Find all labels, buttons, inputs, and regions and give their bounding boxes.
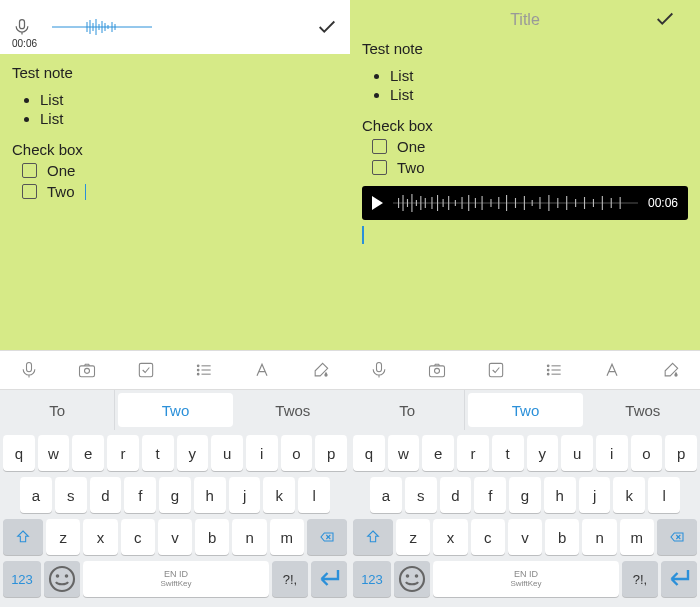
audio-player[interactable]: 00:06 — [362, 186, 688, 220]
key-o[interactable]: o — [631, 435, 663, 471]
suggestion-selected[interactable]: Two — [468, 393, 582, 427]
paint-icon[interactable] — [311, 360, 331, 380]
checkbox-icon[interactable] — [372, 139, 387, 154]
mic-icon[interactable] — [369, 360, 389, 380]
note-body-right[interactable]: Title Test note List List Check box One … — [350, 0, 700, 350]
text-style-icon[interactable] — [602, 360, 622, 380]
key-j[interactable]: j — [579, 477, 611, 513]
key-t[interactable]: t — [492, 435, 524, 471]
suggestion[interactable]: Twos — [586, 390, 700, 430]
key-a[interactable]: a — [370, 477, 402, 513]
mic-icon[interactable] — [19, 360, 39, 380]
confirm-icon[interactable] — [316, 16, 338, 38]
text-style-icon[interactable] — [252, 360, 272, 380]
shift-key[interactable] — [3, 519, 43, 555]
key-f[interactable]: f — [124, 477, 156, 513]
paint-icon[interactable] — [661, 360, 681, 380]
key-k[interactable]: k — [263, 477, 295, 513]
key-y[interactable]: y — [177, 435, 209, 471]
key-y[interactable]: y — [527, 435, 559, 471]
play-icon[interactable] — [372, 196, 383, 210]
key-z[interactable]: z — [396, 519, 430, 555]
suggestion[interactable]: To — [350, 390, 465, 430]
key-j[interactable]: j — [229, 477, 261, 513]
camera-icon[interactable] — [77, 360, 97, 380]
key-w[interactable]: w — [388, 435, 420, 471]
checkbox-row[interactable]: One — [22, 162, 338, 179]
key-i[interactable]: i — [246, 435, 278, 471]
key-c[interactable]: c — [121, 519, 155, 555]
key-v[interactable]: v — [158, 519, 192, 555]
camera-icon[interactable] — [427, 360, 447, 380]
key-u[interactable]: u — [211, 435, 243, 471]
key-z[interactable]: z — [46, 519, 80, 555]
enter-key[interactable] — [661, 561, 697, 597]
suggestion[interactable]: To — [0, 390, 115, 430]
checkbox-tool-icon[interactable] — [136, 360, 156, 380]
key-l[interactable]: l — [298, 477, 330, 513]
key-p[interactable]: p — [315, 435, 347, 471]
checkbox-icon[interactable] — [22, 184, 37, 199]
key-s[interactable]: s — [405, 477, 437, 513]
key-t[interactable]: t — [142, 435, 174, 471]
key-v[interactable]: v — [508, 519, 542, 555]
key-e[interactable]: e — [72, 435, 104, 471]
key-a[interactable]: a — [20, 477, 52, 513]
key-k[interactable]: k — [613, 477, 645, 513]
key-e[interactable]: e — [422, 435, 454, 471]
key-x[interactable]: x — [433, 519, 467, 555]
checkbox-row[interactable]: One — [372, 138, 688, 155]
key-s[interactable]: s — [55, 477, 87, 513]
key-g[interactable]: g — [509, 477, 541, 513]
key-x[interactable]: x — [83, 519, 117, 555]
backspace-key[interactable] — [657, 519, 697, 555]
enter-key[interactable] — [311, 561, 347, 597]
key-q[interactable]: q — [353, 435, 385, 471]
suggestion[interactable]: Twos — [236, 390, 350, 430]
key-h[interactable]: h — [544, 477, 576, 513]
key-m[interactable]: m — [620, 519, 654, 555]
emoji-key[interactable] — [394, 561, 430, 597]
key-c[interactable]: c — [471, 519, 505, 555]
list-tool-icon[interactable] — [544, 360, 564, 380]
key-r[interactable]: r — [107, 435, 139, 471]
shift-key[interactable] — [353, 519, 393, 555]
punct-key[interactable]: ?!, — [272, 561, 308, 597]
numeric-key[interactable]: 123 — [353, 561, 391, 597]
title-placeholder[interactable]: Title — [510, 11, 540, 29]
emoji-key[interactable] — [44, 561, 80, 597]
key-d[interactable]: d — [440, 477, 472, 513]
checkbox-icon[interactable] — [372, 160, 387, 175]
note-body-left[interactable]: Test note List List Check box One Two — [0, 54, 350, 350]
key-r[interactable]: r — [457, 435, 489, 471]
key-q[interactable]: q — [3, 435, 35, 471]
backspace-key[interactable] — [307, 519, 347, 555]
key-u[interactable]: u — [561, 435, 593, 471]
numeric-key[interactable]: 123 — [3, 561, 41, 597]
key-b[interactable]: b — [195, 519, 229, 555]
checkbox-icon[interactable] — [22, 163, 37, 178]
suggestion-selected[interactable]: Two — [118, 393, 232, 427]
space-key[interactable]: EN IDSwiftKey — [83, 561, 269, 597]
key-l[interactable]: l — [648, 477, 680, 513]
checkbox-row[interactable]: Two — [22, 183, 338, 200]
key-n[interactable]: n — [232, 519, 266, 555]
key-m[interactable]: m — [270, 519, 304, 555]
mic-icon[interactable] — [12, 17, 32, 37]
key-i[interactable]: i — [596, 435, 628, 471]
punct-key[interactable]: ?!, — [622, 561, 658, 597]
key-n[interactable]: n — [582, 519, 616, 555]
checkbox-tool-icon[interactable] — [486, 360, 506, 380]
space-key[interactable]: EN IDSwiftKey — [433, 561, 619, 597]
key-g[interactable]: g — [159, 477, 191, 513]
key-b[interactable]: b — [545, 519, 579, 555]
key-p[interactable]: p — [665, 435, 697, 471]
key-f[interactable]: f — [474, 477, 506, 513]
key-d[interactable]: d — [90, 477, 122, 513]
key-w[interactable]: w — [38, 435, 70, 471]
list-tool-icon[interactable] — [194, 360, 214, 380]
confirm-icon[interactable] — [654, 8, 676, 30]
key-o[interactable]: o — [281, 435, 313, 471]
checkbox-row[interactable]: Two — [372, 159, 688, 176]
key-h[interactable]: h — [194, 477, 226, 513]
